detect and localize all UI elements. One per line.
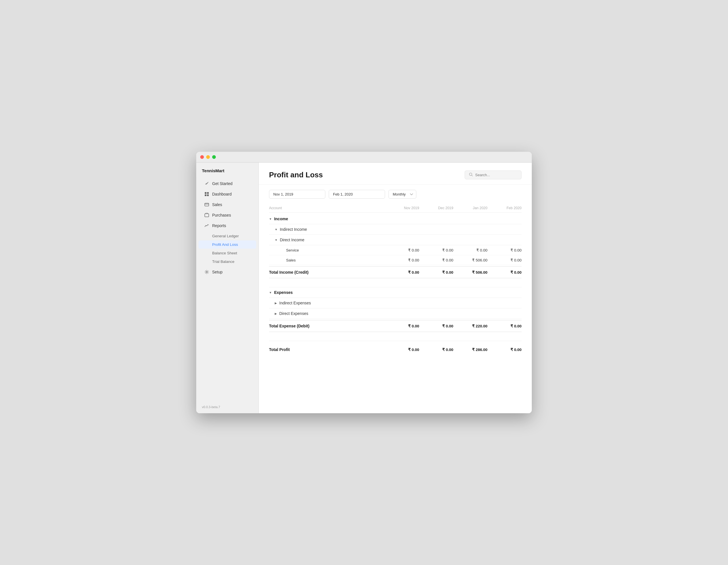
total-income-label: Total Income (Credit) [269,270,385,275]
sidebar-item-setup[interactable]: Setup [198,267,256,277]
close-button[interactable] [200,155,204,159]
total-profit-label: Total Profit [269,347,385,352]
svg-point-6 [206,272,208,273]
table-header: Account Nov 2019 Dec 2019 Jan 2020 Feb 2… [269,204,522,213]
main-content: Profit and Loss Monthly [259,163,532,413]
col-account: Account [269,206,385,210]
total-profit-jan: ₹ 286.00 [453,347,487,352]
total-expense-row: Total Expense (Debit) ₹ 0.00 ₹ 0.00 ₹ 22… [269,320,522,332]
col-jan: Jan 2020 [453,206,487,210]
service-dec: ₹ 0.00 [419,248,453,253]
purchases-label: Purchases [212,213,231,218]
total-profit-dec: ₹ 0.00 [419,347,453,352]
setup-label: Setup [212,270,223,274]
total-income-feb: ₹ 0.00 [487,270,522,275]
sales-row: Sales ₹ 0.00 ₹ 0.00 ₹ 506.00 ₹ 0.00 [269,255,522,265]
sidebar-item-reports[interactable]: Reports [198,221,256,231]
main-header: Profit and Loss [259,163,532,185]
spacer-2 [269,332,522,341]
svg-rect-5 [205,214,209,217]
indirect-expenses-row: ▶ Indirect Expenses [269,298,522,308]
expenses-chevron-icon: ▼ [269,291,272,294]
sales-dec: ₹ 0.00 [419,258,453,262]
total-income-dec: ₹ 0.00 [419,270,453,275]
period-select[interactable]: Monthly Quarterly Yearly [388,190,416,199]
brand-name: TennisMart [196,168,258,178]
indirect-income-chevron-icon: ▼ [275,228,278,231]
indirect-income-row: ▼ Indirect Income [269,224,522,235]
wrench-icon [204,181,209,186]
sales-label: Sales [269,258,385,262]
maximize-button[interactable] [212,155,216,159]
end-date-input[interactable] [329,190,385,199]
total-expense-dec: ₹ 0.00 [419,324,453,328]
sidebar-nav: Get Started Dashboard [196,178,258,405]
income-chevron-icon: ▼ [269,218,272,221]
report-table: Account Nov 2019 Dec 2019 Jan 2020 Feb 2… [259,204,532,413]
indirect-income-label[interactable]: ▼ Indirect Income [269,227,385,232]
search-icon [469,173,473,177]
income-section-row: ▼ Income [269,214,522,224]
reports-subnav: General Ledger Profit And Loss Balance S… [196,231,258,267]
sidebar-item-get-started[interactable]: Get Started [198,179,256,189]
indirect-expenses-chevron-icon: ▶ [275,301,277,305]
spacer-1 [269,278,522,287]
total-expense-nov: ₹ 0.00 [385,324,419,328]
subnav-item-profit-and-loss[interactable]: Profit And Loss [198,241,256,249]
sidebar: TennisMart Get Started [196,163,259,413]
service-label: Service [269,248,385,253]
total-income-nov: ₹ 0.00 [385,270,419,275]
filters-bar: Monthly Quarterly Yearly [259,185,532,204]
version-label: v0.0.3-beta.7 [196,405,258,409]
search-box[interactable] [465,171,522,179]
sidebar-item-sales[interactable]: Sales [198,200,256,210]
sales-jan: ₹ 506.00 [453,258,487,262]
sales-nov: ₹ 0.00 [385,258,419,262]
total-income-jan: ₹ 506.00 [453,270,487,275]
svg-rect-1 [207,192,209,194]
svg-rect-3 [207,195,209,196]
sidebar-item-purchases[interactable]: Purchases [198,210,256,220]
subnav-item-trial-balance[interactable]: Trial Balance [198,258,256,266]
total-income-row: Total Income (Credit) ₹ 0.00 ₹ 0.00 ₹ 50… [269,266,522,278]
svg-rect-4 [205,203,209,206]
dashboard-label: Dashboard [212,192,232,197]
direct-expenses-row: ▶ Direct Expenses [269,308,522,319]
direct-expenses-label[interactable]: ▶ Direct Expenses [269,311,385,316]
search-input[interactable] [475,173,517,177]
service-nov: ₹ 0.00 [385,248,419,253]
dashboard-icon [204,192,209,197]
service-jan: ₹ 0.00 [453,248,487,253]
direct-income-label[interactable]: ▼ Direct Income [269,238,385,242]
subnav-item-balance-sheet[interactable]: Balance Sheet [198,249,256,257]
service-feb: ₹ 0.00 [487,248,522,253]
total-expense-label: Total Expense (Debit) [269,324,385,328]
sidebar-item-dashboard[interactable]: Dashboard [198,189,256,199]
setup-icon [204,270,209,275]
direct-income-row: ▼ Direct Income [269,235,522,245]
total-profit-nov: ₹ 0.00 [385,347,419,352]
start-date-input[interactable] [269,190,325,199]
total-expense-feb: ₹ 0.00 [487,324,522,328]
expenses-section-label[interactable]: ▼ Expenses [269,290,385,295]
get-started-label: Get Started [212,181,233,186]
total-expense-jan: ₹ 220.00 [453,324,487,328]
direct-expenses-chevron-icon: ▶ [275,312,277,315]
reports-icon [204,223,209,228]
expenses-section-row: ▼ Expenses [269,287,522,298]
sales-icon [204,202,209,207]
direct-income-chevron-icon: ▼ [275,239,278,242]
svg-rect-0 [205,192,206,194]
app-window: TennisMart Get Started [196,152,532,413]
titlebar [196,152,532,163]
svg-rect-2 [205,195,206,196]
sales-label: Sales [212,202,222,207]
col-dec: Dec 2019 [419,206,453,210]
indirect-expenses-label[interactable]: ▶ Indirect Expenses [269,301,385,305]
purchases-icon [204,213,209,218]
subnav-item-general-ledger[interactable]: General Ledger [198,232,256,240]
income-section-label[interactable]: ▼ Income [269,217,385,221]
minimize-button[interactable] [206,155,210,159]
col-nov: Nov 2019 [385,206,419,210]
total-profit-row: Total Profit ₹ 0.00 ₹ 0.00 ₹ 286.00 ₹ 0.… [269,343,522,356]
